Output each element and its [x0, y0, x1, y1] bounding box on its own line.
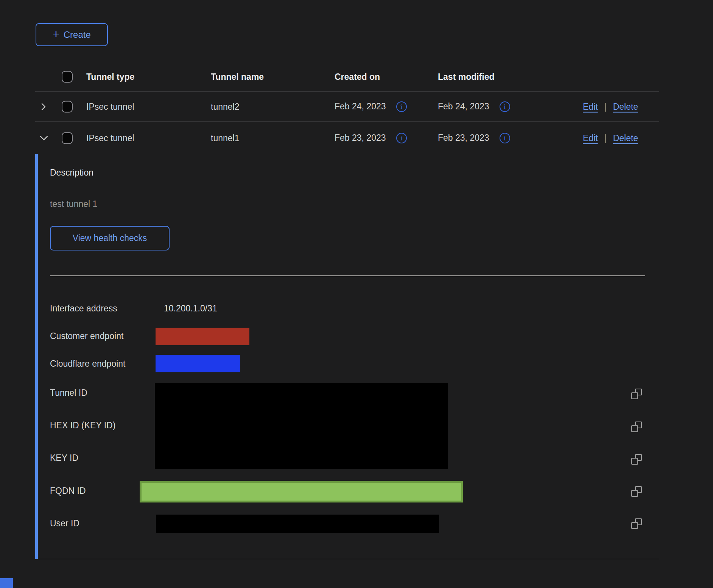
copy-icon-front-square: [631, 458, 638, 465]
bottom-left-blue-fragment: [0, 578, 13, 588]
create-button[interactable]: + Create: [36, 23, 108, 46]
tunnel-type-cell: IPsec tunnel: [86, 101, 134, 112]
table-row: IPsec tunnel tunnel2 Feb 24, 2023 i Feb …: [35, 92, 659, 122]
section-divider: [50, 275, 645, 276]
header-created-on: Created on: [335, 72, 380, 82]
header-tunnel-name: Tunnel name: [211, 72, 264, 82]
copy-icon[interactable]: [631, 422, 642, 432]
header-last-modified: Last modified: [438, 72, 495, 82]
description-heading: Description: [50, 168, 93, 178]
interface-address-label: Interface address: [50, 303, 117, 314]
tunnel-name-cell: tunnel1: [211, 133, 239, 143]
created-on-cell: Feb 23, 2023: [335, 133, 386, 143]
fqdn-id-redaction: [140, 481, 463, 502]
plus-icon: +: [53, 28, 59, 40]
actions-separator: |: [604, 101, 607, 112]
customer-endpoint-label: Customer endpoint: [50, 331, 123, 341]
key-id-label: KEY ID: [50, 453, 78, 463]
edit-link[interactable]: Edit: [583, 133, 598, 143]
copy-icon-front-square: [631, 392, 638, 399]
tunnel-details-panel: Description test tunnel 1 View health ch…: [35, 154, 659, 559]
copy-icon-front-square: [631, 490, 638, 497]
copy-icon[interactable]: [631, 454, 642, 465]
interface-address-value: 10.200.1.0/31: [164, 303, 217, 314]
cloudflare-endpoint-redaction: [156, 355, 240, 372]
last-modified-cell: Feb 23, 2023: [438, 133, 489, 143]
actions-separator: |: [604, 133, 607, 143]
copy-icon[interactable]: [631, 486, 642, 497]
row-checkbox[interactable]: [62, 132, 73, 144]
info-icon[interactable]: i: [500, 101, 510, 112]
view-health-checks-button[interactable]: View health checks: [50, 226, 170, 250]
row-checkbox[interactable]: [62, 101, 73, 112]
copy-icon[interactable]: [631, 518, 642, 529]
tunnel-id-label: Tunnel ID: [50, 388, 87, 398]
fqdn-id-label: FQDN ID: [50, 486, 86, 496]
collapse-chevron-down-icon[interactable]: [39, 132, 50, 144]
info-icon[interactable]: i: [396, 133, 407, 143]
copy-icon-front-square: [631, 425, 638, 432]
create-button-label: Create: [64, 30, 91, 40]
copy-icon-front-square: [631, 522, 638, 529]
expand-chevron-right-icon[interactable]: [39, 101, 50, 112]
last-modified-cell: Feb 24, 2023: [438, 101, 489, 112]
tunnel-type-cell: IPsec tunnel: [86, 133, 134, 143]
description-value: test tunnel 1: [50, 199, 97, 209]
user-id-redaction: [156, 515, 439, 533]
cloudflare-endpoint-label: Cloudflare endpoint: [50, 359, 125, 369]
select-all-checkbox[interactable]: [62, 71, 73, 83]
header-tunnel-type: Tunnel type: [86, 72, 134, 82]
created-on-cell: Feb 24, 2023: [335, 101, 386, 112]
copy-icon[interactable]: [631, 389, 642, 399]
user-id-label: User ID: [50, 518, 79, 529]
table-row: IPsec tunnel tunnel1 Feb 23, 2023 i Feb …: [35, 122, 659, 154]
info-icon[interactable]: i: [500, 133, 510, 143]
delete-link[interactable]: Delete: [613, 133, 638, 143]
table-header-row: Tunnel type Tunnel name Created on Last …: [35, 62, 659, 92]
tunnels-page: + Create Tunnel type Tunnel name Created…: [0, 0, 713, 588]
edit-link[interactable]: Edit: [583, 101, 598, 112]
customer-endpoint-redaction: [156, 328, 249, 345]
info-icon[interactable]: i: [396, 101, 407, 112]
delete-link[interactable]: Delete: [613, 101, 638, 112]
tunnel-name-cell: tunnel2: [211, 101, 239, 112]
ids-redaction: [155, 383, 448, 469]
hex-id-label: HEX ID (KEY ID): [50, 420, 115, 431]
